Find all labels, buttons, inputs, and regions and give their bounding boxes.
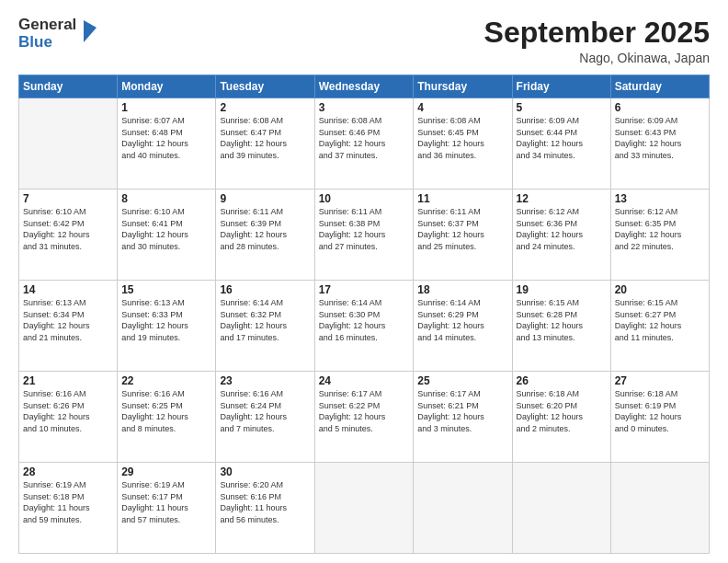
day-info: Sunrise: 6:19 AM Sunset: 6:17 PM Dayligh… bbox=[121, 479, 211, 525]
day-info: Sunrise: 6:18 AM Sunset: 6:20 PM Dayligh… bbox=[517, 388, 607, 434]
header: General Blue September 2025 Nago, Okinaw… bbox=[18, 17, 710, 65]
calendar-day-cell: 21Sunrise: 6:16 AM Sunset: 6:26 PM Dayli… bbox=[19, 372, 118, 463]
calendar-day-cell: 11Sunrise: 6:11 AM Sunset: 6:37 PM Dayli… bbox=[414, 190, 512, 281]
calendar-day-cell bbox=[19, 98, 118, 190]
day-info: Sunrise: 6:14 AM Sunset: 6:29 PM Dayligh… bbox=[417, 297, 507, 343]
calendar-week-row: 21Sunrise: 6:16 AM Sunset: 6:26 PM Dayli… bbox=[19, 372, 710, 463]
day-info: Sunrise: 6:17 AM Sunset: 6:21 PM Dayligh… bbox=[417, 388, 507, 434]
day-info: Sunrise: 6:09 AM Sunset: 6:43 PM Dayligh… bbox=[615, 115, 705, 161]
day-info: Sunrise: 6:15 AM Sunset: 6:28 PM Dayligh… bbox=[517, 297, 607, 343]
day-number: 2 bbox=[220, 101, 310, 114]
day-info: Sunrise: 6:20 AM Sunset: 6:16 PM Dayligh… bbox=[220, 479, 310, 525]
page: General Blue September 2025 Nago, Okinaw… bbox=[0, 0, 728, 563]
day-number: 12 bbox=[517, 192, 607, 205]
calendar-day-cell: 25Sunrise: 6:17 AM Sunset: 6:21 PM Dayli… bbox=[414, 372, 512, 463]
calendar-day-cell: 29Sunrise: 6:19 AM Sunset: 6:17 PM Dayli… bbox=[118, 463, 216, 554]
day-number: 4 bbox=[417, 101, 507, 114]
calendar-header-wednesday: Wednesday bbox=[314, 75, 414, 98]
day-number: 21 bbox=[23, 374, 113, 387]
day-number: 20 bbox=[615, 283, 705, 296]
day-number: 7 bbox=[23, 192, 113, 205]
calendar-day-cell: 15Sunrise: 6:13 AM Sunset: 6:33 PM Dayli… bbox=[118, 281, 216, 372]
calendar-day-cell: 7Sunrise: 6:10 AM Sunset: 6:42 PM Daylig… bbox=[19, 190, 118, 281]
calendar-day-cell bbox=[610, 463, 709, 554]
calendar-day-cell: 16Sunrise: 6:14 AM Sunset: 6:32 PM Dayli… bbox=[216, 281, 314, 372]
day-info: Sunrise: 6:13 AM Sunset: 6:34 PM Dayligh… bbox=[23, 297, 113, 343]
calendar-day-cell bbox=[512, 463, 610, 554]
day-number: 14 bbox=[23, 283, 113, 296]
day-number: 9 bbox=[220, 192, 310, 205]
calendar-header-tuesday: Tuesday bbox=[216, 75, 314, 98]
day-number: 13 bbox=[615, 192, 705, 205]
day-info: Sunrise: 6:11 AM Sunset: 6:37 PM Dayligh… bbox=[417, 206, 507, 252]
day-info: Sunrise: 6:19 AM Sunset: 6:18 PM Dayligh… bbox=[23, 479, 113, 525]
day-info: Sunrise: 6:13 AM Sunset: 6:33 PM Dayligh… bbox=[121, 297, 211, 343]
day-info: Sunrise: 6:09 AM Sunset: 6:44 PM Dayligh… bbox=[517, 115, 607, 161]
day-number: 22 bbox=[121, 374, 211, 387]
location: Nago, Okinawa, Japan bbox=[484, 51, 710, 65]
calendar-header-thursday: Thursday bbox=[414, 75, 512, 98]
calendar-day-cell: 26Sunrise: 6:18 AM Sunset: 6:20 PM Dayli… bbox=[512, 372, 610, 463]
calendar-day-cell: 9Sunrise: 6:11 AM Sunset: 6:39 PM Daylig… bbox=[216, 190, 314, 281]
calendar-day-cell: 14Sunrise: 6:13 AM Sunset: 6:34 PM Dayli… bbox=[19, 281, 118, 372]
day-number: 25 bbox=[417, 374, 507, 387]
logo: General Blue bbox=[18, 17, 100, 51]
calendar-week-row: 1Sunrise: 6:07 AM Sunset: 6:48 PM Daylig… bbox=[19, 98, 710, 190]
day-number: 8 bbox=[121, 192, 211, 205]
calendar-day-cell: 12Sunrise: 6:12 AM Sunset: 6:36 PM Dayli… bbox=[512, 190, 610, 281]
day-number: 26 bbox=[517, 374, 607, 387]
calendar-day-cell: 8Sunrise: 6:10 AM Sunset: 6:41 PM Daylig… bbox=[118, 190, 216, 281]
logo-icon bbox=[80, 18, 100, 48]
day-info: Sunrise: 6:08 AM Sunset: 6:45 PM Dayligh… bbox=[417, 115, 507, 161]
day-number: 19 bbox=[517, 283, 607, 296]
day-info: Sunrise: 6:10 AM Sunset: 6:42 PM Dayligh… bbox=[23, 206, 113, 252]
calendar-day-cell bbox=[414, 463, 512, 554]
calendar-day-cell: 19Sunrise: 6:15 AM Sunset: 6:28 PM Dayli… bbox=[512, 281, 610, 372]
day-number: 10 bbox=[319, 192, 410, 205]
calendar-day-cell: 2Sunrise: 6:08 AM Sunset: 6:47 PM Daylig… bbox=[216, 98, 314, 190]
logo-general: General bbox=[18, 17, 76, 34]
calendar-day-cell: 18Sunrise: 6:14 AM Sunset: 6:29 PM Dayli… bbox=[414, 281, 512, 372]
calendar-week-row: 28Sunrise: 6:19 AM Sunset: 6:18 PM Dayli… bbox=[19, 463, 710, 554]
day-number: 5 bbox=[517, 101, 607, 114]
day-info: Sunrise: 6:07 AM Sunset: 6:48 PM Dayligh… bbox=[121, 115, 211, 161]
calendar: SundayMondayTuesdayWednesdayThursdayFrid… bbox=[18, 75, 710, 554]
day-number: 23 bbox=[220, 374, 310, 387]
calendar-week-row: 7Sunrise: 6:10 AM Sunset: 6:42 PM Daylig… bbox=[19, 190, 710, 281]
day-info: Sunrise: 6:14 AM Sunset: 6:30 PM Dayligh… bbox=[319, 297, 410, 343]
day-info: Sunrise: 6:12 AM Sunset: 6:36 PM Dayligh… bbox=[517, 206, 607, 252]
calendar-day-cell: 27Sunrise: 6:18 AM Sunset: 6:19 PM Dayli… bbox=[610, 372, 709, 463]
calendar-header-friday: Friday bbox=[512, 75, 610, 98]
day-info: Sunrise: 6:10 AM Sunset: 6:41 PM Dayligh… bbox=[121, 206, 211, 252]
day-info: Sunrise: 6:15 AM Sunset: 6:27 PM Dayligh… bbox=[615, 297, 705, 343]
month-title: September 2025 bbox=[484, 17, 710, 49]
day-info: Sunrise: 6:11 AM Sunset: 6:38 PM Dayligh… bbox=[319, 206, 410, 252]
day-info: Sunrise: 6:11 AM Sunset: 6:39 PM Dayligh… bbox=[220, 206, 310, 252]
calendar-day-cell: 13Sunrise: 6:12 AM Sunset: 6:35 PM Dayli… bbox=[610, 190, 709, 281]
calendar-day-cell: 23Sunrise: 6:16 AM Sunset: 6:24 PM Dayli… bbox=[216, 372, 314, 463]
calendar-day-cell: 5Sunrise: 6:09 AM Sunset: 6:44 PM Daylig… bbox=[512, 98, 610, 190]
day-info: Sunrise: 6:16 AM Sunset: 6:24 PM Dayligh… bbox=[220, 388, 310, 434]
day-info: Sunrise: 6:12 AM Sunset: 6:35 PM Dayligh… bbox=[615, 206, 705, 252]
day-info: Sunrise: 6:17 AM Sunset: 6:22 PM Dayligh… bbox=[319, 388, 410, 434]
title-section: September 2025 Nago, Okinawa, Japan bbox=[484, 17, 710, 65]
calendar-day-cell: 4Sunrise: 6:08 AM Sunset: 6:45 PM Daylig… bbox=[414, 98, 512, 190]
day-number: 11 bbox=[417, 192, 507, 205]
day-info: Sunrise: 6:18 AM Sunset: 6:19 PM Dayligh… bbox=[615, 388, 705, 434]
day-number: 15 bbox=[121, 283, 211, 296]
calendar-header-row: SundayMondayTuesdayWednesdayThursdayFrid… bbox=[19, 75, 710, 98]
calendar-day-cell: 1Sunrise: 6:07 AM Sunset: 6:48 PM Daylig… bbox=[118, 98, 216, 190]
calendar-day-cell: 20Sunrise: 6:15 AM Sunset: 6:27 PM Dayli… bbox=[610, 281, 709, 372]
day-info: Sunrise: 6:08 AM Sunset: 6:46 PM Dayligh… bbox=[319, 115, 410, 161]
calendar-day-cell bbox=[314, 463, 414, 554]
day-number: 30 bbox=[220, 465, 310, 478]
day-number: 29 bbox=[121, 465, 211, 478]
day-number: 24 bbox=[319, 374, 410, 387]
svg-marker-0 bbox=[84, 20, 97, 42]
day-info: Sunrise: 6:16 AM Sunset: 6:25 PM Dayligh… bbox=[121, 388, 211, 434]
calendar-day-cell: 3Sunrise: 6:08 AM Sunset: 6:46 PM Daylig… bbox=[314, 98, 414, 190]
day-number: 28 bbox=[23, 465, 113, 478]
logo-blue: Blue bbox=[18, 34, 76, 52]
day-info: Sunrise: 6:14 AM Sunset: 6:32 PM Dayligh… bbox=[220, 297, 310, 343]
calendar-day-cell: 22Sunrise: 6:16 AM Sunset: 6:25 PM Dayli… bbox=[118, 372, 216, 463]
